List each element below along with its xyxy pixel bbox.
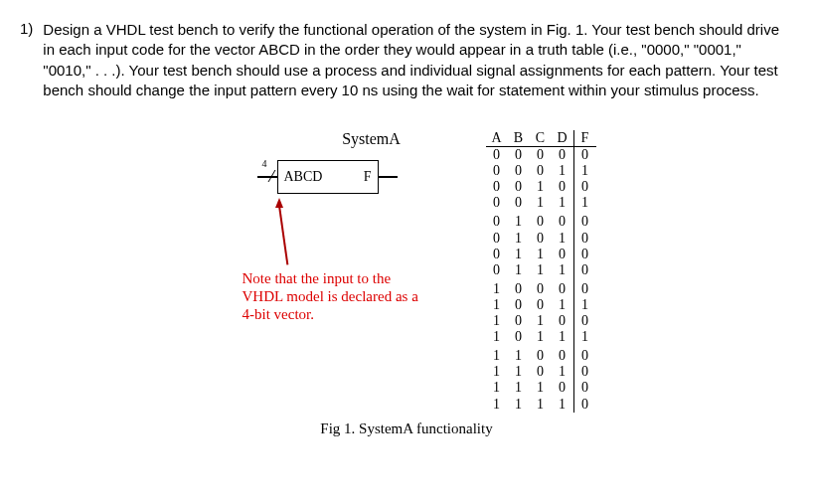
cell-input: 1: [530, 313, 552, 329]
cell-input: 1: [508, 364, 530, 380]
cell-input: 1: [530, 329, 552, 345]
header-C: C: [530, 130, 552, 147]
cell-output: 1: [573, 329, 596, 345]
figure-area: SystemA 4 ABCD F Note that the input to …: [20, 130, 793, 437]
table-row: 10000: [486, 278, 596, 297]
cell-output: 0: [573, 231, 596, 247]
cell-input: 0: [552, 313, 574, 329]
question-block: 1) Design a VHDL test bench to verify th…: [20, 20, 793, 100]
cell-output: 1: [573, 163, 596, 179]
cell-output: 0: [573, 247, 596, 262]
cell-input: 0: [552, 247, 574, 262]
cell-input: 1: [508, 262, 530, 278]
cell-output: 1: [573, 195, 596, 211]
cell-input: 1: [552, 364, 574, 380]
question-number: 1): [20, 20, 33, 100]
header-F: F: [573, 130, 596, 147]
cell-input: 0: [508, 195, 530, 211]
table-row: 11110: [486, 397, 596, 413]
cell-input: 0: [508, 313, 530, 329]
system-title: SystemA: [307, 130, 436, 148]
cell-input: 1: [508, 211, 530, 230]
cell-input: 1: [530, 397, 552, 413]
system-block: SystemA 4 ABCD F Note that the input to …: [218, 130, 436, 323]
figure-caption: Fig 1. SystemA functionality: [20, 420, 793, 437]
cell-output: 0: [573, 179, 596, 195]
table-row: 01100: [486, 247, 596, 262]
table-row: 10100: [486, 313, 596, 329]
table-row: 00011: [486, 163, 596, 179]
cell-output: 0: [573, 262, 596, 278]
cell-input: 1: [508, 247, 530, 262]
cell-input: 1: [486, 380, 508, 396]
cell-input: 0: [486, 147, 508, 164]
cell-output: 0: [573, 211, 596, 230]
cell-input: 1: [552, 262, 574, 278]
cell-output: 0: [573, 345, 596, 364]
cell-input: 0: [486, 262, 508, 278]
cell-input: 0: [508, 297, 530, 313]
cell-input: 0: [530, 297, 552, 313]
cell-input: 0: [530, 364, 552, 380]
header-D: D: [552, 130, 574, 147]
table-row: 00100: [486, 179, 596, 195]
truth-table: A B C D F 000000001100100001110100001010…: [486, 130, 596, 413]
table-row: 01000: [486, 211, 596, 230]
cell-output: 0: [573, 278, 596, 297]
cell-input: 1: [552, 329, 574, 345]
cell-input: 0: [530, 147, 552, 164]
cell-input: 0: [486, 247, 508, 262]
cell-input: 1: [508, 231, 530, 247]
cell-input: 0: [508, 329, 530, 345]
cell-input: 1: [508, 345, 530, 364]
cell-output: 0: [573, 397, 596, 413]
cell-input: 1: [508, 380, 530, 396]
question-text: Design a VHDL test bench to verify the f…: [43, 20, 793, 100]
cell-input: 0: [530, 278, 552, 297]
output-line: [378, 176, 398, 178]
cell-input: 0: [552, 179, 574, 195]
header-A: A: [486, 130, 508, 147]
cell-input: 0: [508, 147, 530, 164]
cell-input: 1: [486, 329, 508, 345]
table-row: 00111: [486, 195, 596, 211]
cell-input: 1: [486, 297, 508, 313]
cell-input: 0: [486, 231, 508, 247]
cell-output: 0: [573, 147, 596, 164]
cell-input: 1: [552, 231, 574, 247]
table-row: 01010: [486, 231, 596, 247]
block-diagram: 4 ABCD F: [218, 160, 436, 200]
cell-input: 0: [552, 147, 574, 164]
header-B: B: [508, 130, 530, 147]
cell-input: 1: [486, 278, 508, 297]
cell-input: 1: [530, 247, 552, 262]
input-label: ABCD: [284, 169, 323, 185]
cell-input: 1: [552, 163, 574, 179]
cell-input: 0: [552, 211, 574, 230]
cell-input: 0: [486, 211, 508, 230]
cell-input: 1: [552, 195, 574, 211]
cell-input: 1: [486, 364, 508, 380]
output-label: F: [364, 169, 372, 185]
cell-input: 1: [530, 195, 552, 211]
cell-input: 0: [552, 345, 574, 364]
cell-input: 0: [486, 195, 508, 211]
cell-input: 1: [552, 297, 574, 313]
table-row: 00000: [486, 147, 596, 164]
cell-input: 0: [552, 380, 574, 396]
arrow-shaft-icon: [278, 206, 288, 265]
table-row: 10111: [486, 329, 596, 345]
cell-input: 0: [552, 278, 574, 297]
cell-output: 0: [573, 364, 596, 380]
table-row: 01110: [486, 262, 596, 278]
cell-input: 0: [530, 211, 552, 230]
cell-input: 0: [508, 179, 530, 195]
cell-input: 0: [486, 163, 508, 179]
cell-output: 1: [573, 297, 596, 313]
table-row: 11100: [486, 380, 596, 396]
cell-output: 0: [573, 380, 596, 396]
cell-input: 1: [530, 380, 552, 396]
cell-input: 0: [530, 163, 552, 179]
cell-input: 1: [530, 179, 552, 195]
cell-output: 0: [573, 313, 596, 329]
